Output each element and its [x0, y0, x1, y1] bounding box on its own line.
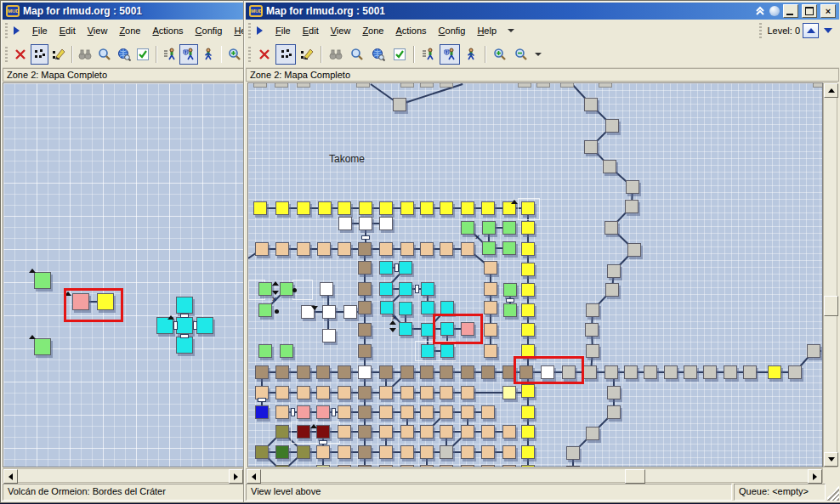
zoom-out-button[interactable]: [511, 44, 531, 65]
edit-map-button[interactable]: [49, 44, 68, 65]
map-room[interactable]: [338, 405, 351, 419]
search-button[interactable]: [347, 44, 367, 65]
map-room[interactable]: [484, 323, 497, 337]
map-room[interactable]: [521, 263, 535, 276]
map-room[interactable]: [440, 425, 453, 439]
map-room[interactable]: [604, 365, 618, 379]
close-button[interactable]: ×: [820, 4, 836, 18]
map-room[interactable]: [484, 282, 497, 296]
map-room[interactable]: [343, 305, 357, 319]
map-room[interactable]: [196, 317, 213, 334]
scroll-left-button[interactable]: [247, 469, 261, 484]
map-room[interactable]: [275, 405, 289, 419]
confirm-button[interactable]: [389, 44, 410, 65]
map-room[interactable]: [358, 405, 372, 419]
map-room[interactable]: [461, 242, 474, 256]
map-room[interactable]: [482, 221, 496, 235]
map-room[interactable]: [379, 201, 393, 215]
map-room[interactable]: [420, 425, 434, 439]
map-room[interactable]: [586, 427, 599, 440]
map-room[interactable]: [521, 465, 535, 467]
map-room[interactable]: [521, 221, 535, 235]
map-room[interactable]: [440, 386, 453, 399]
zoom-in-button[interactable]: [225, 44, 244, 65]
map-room[interactable]: [338, 465, 351, 467]
level-down-button[interactable]: [821, 24, 834, 37]
map-room[interactable]: [625, 200, 639, 213]
map-room[interactable]: [297, 445, 310, 459]
play-icon[interactable]: [14, 26, 20, 35]
map-room[interactable]: [400, 386, 414, 399]
map-room[interactable]: [358, 261, 372, 275]
map-room[interactable]: [420, 201, 434, 215]
map-canvas-right[interactable]: ×××Takome: [247, 82, 823, 467]
map-room[interactable]: [258, 344, 272, 358]
map-room[interactable]: [461, 465, 474, 467]
vertical-scrollbar[interactable]: [823, 82, 837, 467]
map-room[interactable]: [280, 344, 293, 358]
map-room[interactable]: [503, 303, 517, 317]
vscroll-thumb[interactable]: [824, 296, 838, 316]
map-room[interactable]: [338, 386, 351, 399]
map-room[interactable]: [502, 221, 516, 235]
map-room[interactable]: [379, 261, 393, 275]
map-room[interactable]: [275, 365, 289, 379]
map-room[interactable]: [461, 405, 474, 419]
speedwalk-list-button[interactable]: [418, 44, 439, 65]
map-room[interactable]: [380, 301, 394, 314]
map-room[interactable]: [521, 323, 535, 337]
map-room[interactable]: [338, 201, 351, 215]
menu-edit[interactable]: Edit: [297, 24, 325, 37]
map-room[interactable]: [481, 201, 495, 215]
map-room[interactable]: [521, 242, 535, 256]
map-room[interactable]: [338, 242, 351, 256]
map-room[interactable]: [316, 445, 330, 459]
edit-map-button[interactable]: [297, 44, 317, 65]
map-room[interactable]: [400, 365, 414, 379]
scroll-right-button[interactable]: [808, 469, 822, 484]
menubar-grip[interactable]: [248, 23, 251, 38]
map-room[interactable]: [484, 301, 497, 314]
map-room[interactable]: [275, 445, 289, 459]
map-room[interactable]: [461, 445, 474, 459]
find-button[interactable]: [326, 44, 346, 65]
menu-zone[interactable]: Zone: [113, 24, 146, 37]
map-room[interactable]: [400, 465, 414, 467]
map-room[interactable]: [703, 365, 717, 379]
map-room[interactable]: [768, 365, 781, 379]
map-room[interactable]: [400, 445, 414, 459]
map-room[interactable]: [788, 365, 802, 379]
menu-view[interactable]: View: [325, 24, 357, 37]
map-room[interactable]: [626, 180, 639, 194]
map-room[interactable]: [399, 282, 412, 296]
map-room[interactable]: [566, 446, 580, 460]
map-room[interactable]: [297, 425, 310, 439]
map-room[interactable]: [379, 386, 393, 399]
world-search-button[interactable]: [368, 44, 389, 65]
map-room[interactable]: [420, 365, 434, 379]
map-room[interactable]: [358, 425, 372, 439]
map-room[interactable]: [358, 242, 372, 256]
map-room[interactable]: [607, 264, 621, 278]
walk-button[interactable]: [461, 44, 481, 65]
map-room[interactable]: [358, 465, 372, 467]
map-room[interactable]: [502, 425, 516, 439]
map-room[interactable]: [584, 140, 598, 154]
scroll-up-button[interactable]: [824, 83, 838, 98]
map-room[interactable]: [605, 119, 619, 133]
map-room[interactable]: [521, 201, 535, 215]
collapse-chevron-icon[interactable]: [754, 5, 766, 17]
map-room[interactable]: [320, 282, 333, 296]
map-room[interactable]: [521, 425, 535, 439]
map-room[interactable]: [275, 242, 289, 256]
map-room[interactable]: [358, 282, 372, 296]
map-room[interactable]: [255, 242, 269, 256]
map-room[interactable]: [297, 242, 310, 256]
map-room[interactable]: [484, 344, 497, 358]
room-grid-button[interactable]: [275, 44, 296, 65]
map-room[interactable]: [316, 405, 330, 419]
horizontal-scrollbar[interactable]: [3, 468, 244, 483]
world-search-button[interactable]: [115, 44, 133, 65]
map-room[interactable]: [440, 365, 453, 379]
level-up-button[interactable]: [803, 23, 819, 38]
